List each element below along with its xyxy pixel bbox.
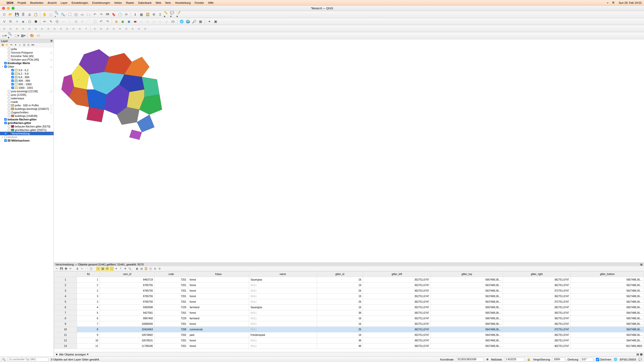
style-manager-icon[interactable]: 🎨 <box>29 33 35 38</box>
layer-item[interactable]: pois [12265] <box>0 93 54 97</box>
layer-expand-icon[interactable]: ⊞ <box>22 43 26 47</box>
table-row[interactable]: 5387657557201forestNULL26362751,67475637… <box>54 299 644 305</box>
layer-expr-icon[interactable]: ε <box>18 43 22 47</box>
attr-actions-icon[interactable]: ⚙ <box>157 267 162 271</box>
layer-item[interactable]: Einzelne Teile [45] <box>0 54 54 58</box>
layer-visibility-checkbox[interactable] <box>4 136 7 138</box>
menu-vektor[interactable]: Vektor <box>114 1 122 4</box>
layer-visibility-checkbox[interactable] <box>11 72 14 75</box>
layer-item[interactable]: 999 - 999 <box>0 79 54 82</box>
layer-remove-icon[interactable]: ➖ <box>31 43 34 47</box>
column-header[interactable]: gitter_left <box>363 272 431 277</box>
plugin-b1-icon[interactable]: ▦ <box>198 19 203 24</box>
layer-visibility-checkbox[interactable] <box>8 101 10 103</box>
table-row[interactable]: 1184637197201forestSauergras16352751,674… <box>54 277 644 283</box>
table-row[interactable]: 1210105785317201forestNULL38382751,67475… <box>54 338 644 343</box>
layer-visibility-checkbox[interactable] <box>4 65 7 68</box>
menu-hilfe[interactable]: Hilfe <box>208 1 214 4</box>
attr-desel-icon[interactable]: ⬚ <box>110 267 114 271</box>
annotation-icon[interactable]: 📝▾ <box>176 12 182 17</box>
menu-web[interactable]: Web <box>155 1 161 4</box>
zoom-next-icon[interactable]: ↷ <box>98 12 104 17</box>
attr-calc-icon[interactable]: 🧮 <box>144 267 148 271</box>
column-header[interactable]: gitter_top <box>431 272 503 277</box>
layer-item[interactable]: 999 - 1000 <box>0 82 54 86</box>
column-header[interactable]: fid <box>77 272 100 277</box>
mag-input[interactable] <box>552 357 565 361</box>
attr-edit-icon[interactable]: ✏ <box>55 267 59 271</box>
table-row[interactable]: 108104243637209commercialNULL25362751,67… <box>54 327 644 332</box>
attr-zoom-icon[interactable]: 🔍 <box>128 267 132 271</box>
plugin-b2-icon[interactable]: ✦ <box>207 19 212 24</box>
layers-tree[interactable]: pofwVoronoi-Polygone◯Einzelne Teile [45]… <box>0 47 54 356</box>
layer-style-icon[interactable]: 🎨 <box>1 43 5 47</box>
db-manager-icon[interactable]: 🗃 <box>170 19 176 24</box>
layer-item[interactable]: Voronoi-Polygone◯ <box>0 51 54 54</box>
menu-layer[interactable]: Layer <box>61 1 68 4</box>
zoom-selection-icon[interactable]: ◫ <box>73 12 79 17</box>
refresh-icon[interactable]: ⟳ <box>124 12 129 17</box>
layer-visibility-checkbox[interactable] <box>4 139 7 142</box>
layer-visibility-checkbox[interactable] <box>8 115 10 117</box>
layer-item[interactable]: pofw <box>0 47 54 51</box>
plugin2-icon[interactable]: ◉ <box>126 19 132 24</box>
rot-input[interactable] <box>581 357 593 361</box>
menu-projekt[interactable]: Projekt <box>18 1 26 4</box>
layer-item[interactable]: 1000 - 1001 <box>0 86 54 89</box>
layer-visibility-checkbox[interactable] <box>11 83 14 85</box>
layer-visibility-checkbox[interactable] <box>4 122 7 124</box>
new-shapefile-icon[interactable]: ✧ <box>14 19 20 24</box>
select-all-icon[interactable]: ▦▾ <box>20 33 26 38</box>
layer-filter-icon[interactable]: ▼ <box>14 43 17 47</box>
column-header[interactable] <box>54 272 77 277</box>
zoom-in-icon[interactable]: 🔍+ <box>54 12 60 17</box>
measure-icon[interactable]: 📏▾ <box>164 12 169 17</box>
maximize-window-button[interactable] <box>12 7 15 10</box>
attr-sel-all-icon[interactable]: ▦ <box>101 267 105 271</box>
attr-move-top-icon[interactable]: ⤒ <box>119 267 123 271</box>
attr-reload-icon[interactable]: ⟳ <box>68 267 72 271</box>
layer-visibility-checkbox[interactable] <box>8 48 10 50</box>
scale-lock-icon[interactable]: 🔒 <box>527 358 531 361</box>
menu-fenster[interactable]: Fenster <box>195 1 204 4</box>
menu-einstellungen[interactable]: Einstellungen <box>72 1 88 4</box>
menu-erweiterungen[interactable]: Erweiterungen <box>92 1 110 4</box>
attr-invert-icon[interactable]: ⇄ <box>105 267 109 271</box>
close-window-button[interactable] <box>2 7 5 10</box>
crs-label[interactable]: EPSG:25833 <box>620 358 636 361</box>
coord-input[interactable] <box>456 357 484 361</box>
control-center-icon[interactable]: ⚙ <box>612 1 615 4</box>
column-header[interactable]: code <box>154 272 188 277</box>
layer-item[interactable]: Eindeutige Werte <box>0 61 54 65</box>
temporal-icon[interactable]: 🕐 <box>117 12 123 17</box>
layer-item[interactable]: Mittelsachsen <box>0 139 54 142</box>
attr-paste-icon[interactable]: 📋 <box>89 267 93 271</box>
layer-item[interactable]: ▸landuse <box>0 135 54 139</box>
undo-icon[interactable]: ↶ <box>98 19 104 24</box>
table-row[interactable]: 7594275817201forestNULL38382751,67475657… <box>54 310 644 316</box>
pan-to-selection-icon[interactable]: ⬚ <box>48 12 54 17</box>
select-value-icon[interactable]: 🔍▾ <box>8 33 13 38</box>
layer-item[interactable]: roads <box>0 100 54 104</box>
label-icon[interactable]: 🏷 <box>35 33 41 38</box>
new-bookmark-icon[interactable]: 🔖 <box>111 12 116 17</box>
attr-delete-icon[interactable]: 🗑 <box>75 267 79 271</box>
layer-add-group-icon[interactable]: 📁 <box>5 43 9 47</box>
deselect-icon[interactable]: ⬚▾ <box>14 33 20 38</box>
layer-visibility-checkbox[interactable] <box>8 94 10 96</box>
attr-delfield-icon[interactable]: ▤ <box>139 267 143 271</box>
map-tips-icon[interactable]: 💬▾ <box>170 12 176 17</box>
attr-grid[interactable]: fidosm_idcodefclassnamegitter_idgitter_l… <box>54 271 644 352</box>
layer-visibility-checkbox[interactable] <box>8 97 10 100</box>
edit-toggle-icon[interactable]: ✏ <box>42 19 47 24</box>
save-as-icon[interactable]: 🗄 <box>20 12 26 17</box>
globe-icon[interactable]: 🌍 <box>185 19 191 24</box>
column-header[interactable]: name <box>249 272 317 277</box>
web-icon[interactable]: 🌐 <box>179 19 184 24</box>
layer-item[interactable]: bebaute-flächen-gitter [5570] <box>0 125 54 128</box>
layer-visibility-checkbox[interactable] <box>8 111 10 114</box>
column-header[interactable]: osm_id <box>100 272 154 277</box>
layer-visibility-checkbox[interactable] <box>11 76 14 78</box>
layer-item[interactable]: 3,9 - 6,2 <box>0 68 54 72</box>
locator-input[interactable] <box>8 357 48 361</box>
